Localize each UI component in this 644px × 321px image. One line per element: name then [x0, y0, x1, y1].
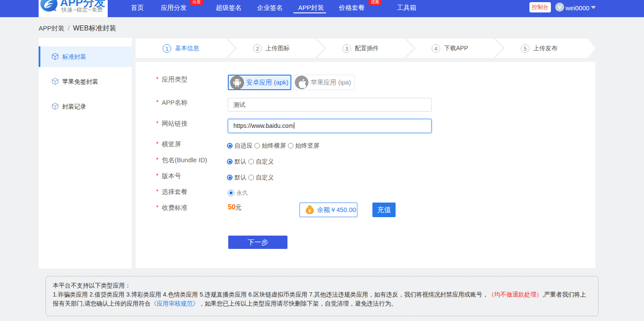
svg-text:¥: ¥ [308, 208, 311, 213]
